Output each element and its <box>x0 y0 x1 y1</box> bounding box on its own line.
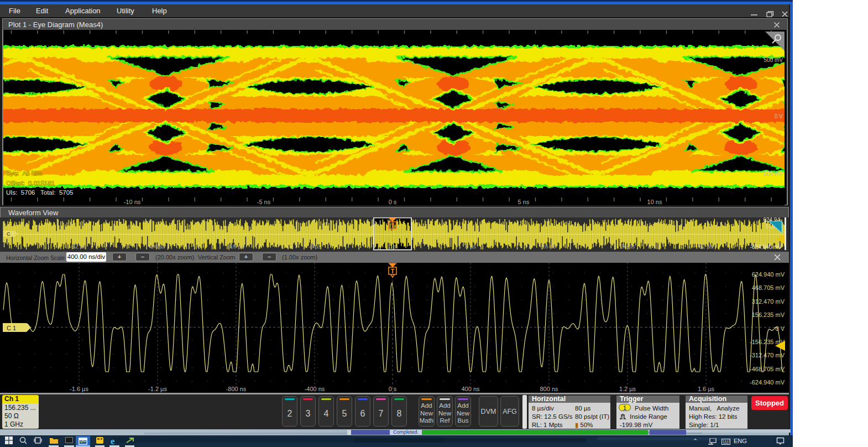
svg-text:312.470 mV: 312.470 mV <box>752 298 785 305</box>
svg-text:32 µs: 32 µs <box>699 243 713 250</box>
svg-text:-24 µs: -24 µs <box>149 243 165 250</box>
svg-text:800 ns: 800 ns <box>540 386 558 392</box>
svg-text:0 s: 0 s <box>389 199 397 205</box>
svg-text:-624.940 mV: -624.940 mV <box>750 244 782 250</box>
svg-text:-8 µs: -8 µs <box>308 243 321 250</box>
svg-text:1.6 µs: 1.6 µs <box>698 386 715 392</box>
svg-text:16 µs: 16 µs <box>542 243 556 250</box>
svg-text:-32 µs: -32 µs <box>70 243 86 250</box>
svg-text:-312.470 mV: -312.470 mV <box>750 352 785 358</box>
svg-text:0 V: 0 V <box>775 325 785 332</box>
svg-text:T: T <box>391 223 394 229</box>
svg-text:-624.940 mV: -624.940 mV <box>750 379 785 386</box>
svg-text:-468.705 mV: -468.705 mV <box>750 366 785 372</box>
svg-text:T: T <box>391 268 395 274</box>
svg-text:-10 ns: -10 ns <box>124 199 141 205</box>
svg-text:-1.2 µs: -1.2 µs <box>148 386 167 392</box>
svg-text:468.705 mV: 468.705 mV <box>752 284 785 291</box>
svg-text:-400 ns: -400 ns <box>305 386 325 392</box>
svg-text:-1.6 µs: -1.6 µs <box>70 386 88 392</box>
svg-text:0 V: 0 V <box>775 113 783 119</box>
svg-text:0 s: 0 s <box>389 386 397 392</box>
svg-text:400 ns: 400 ns <box>461 386 480 392</box>
svg-text:624.940 mV: 624.940 mV <box>752 271 785 278</box>
svg-text:5 ns: 5 ns <box>518 199 530 205</box>
svg-text:-16 µs: -16 µs <box>228 243 244 250</box>
svg-text:UIs: 5706 Total: 5705: UIs: 5706 Total: 5705 <box>6 189 73 196</box>
svg-text:Eye: All Bits: Eye: All Bits <box>6 170 42 176</box>
svg-text:10 ns: 10 ns <box>647 199 662 205</box>
svg-text:-5 ns: -5 ns <box>257 199 271 205</box>
svg-text:8 µs: 8 µs <box>465 243 476 250</box>
svg-text:-500 mV: -500 mV <box>762 171 783 177</box>
svg-text:156.235 mV: 156.235 mV <box>752 311 785 318</box>
svg-text:C: C <box>7 231 11 237</box>
svg-text:C 1: C 1 <box>7 325 16 331</box>
svg-text:-800 ns: -800 ns <box>226 386 247 392</box>
svg-text:Offset: 0.015181: Offset: 0.015181 <box>6 180 55 186</box>
svg-text:500 mV: 500 mV <box>764 57 783 63</box>
svg-text:0 s: 0 s <box>389 243 396 250</box>
svg-text:24 µs: 24 µs <box>620 243 635 250</box>
svg-text:1.2 µs: 1.2 µs <box>619 386 636 392</box>
